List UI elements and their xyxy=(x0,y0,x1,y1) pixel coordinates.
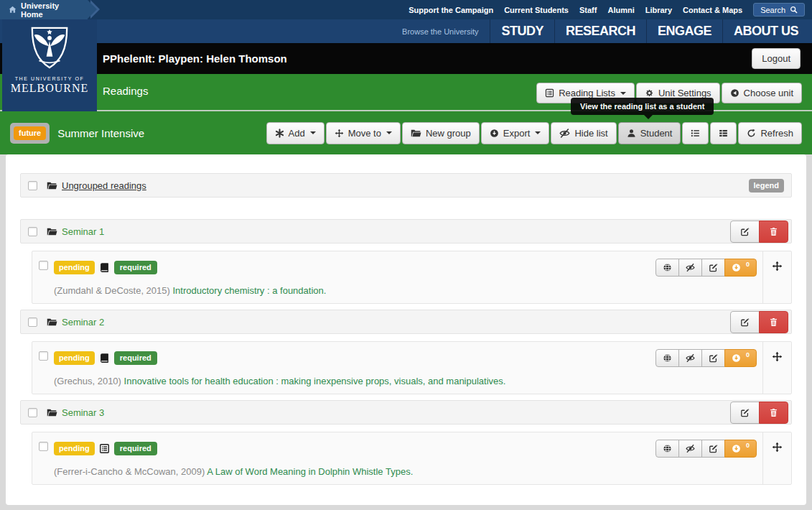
move-icon xyxy=(772,442,783,453)
reading-title-link[interactable]: Introductory chemistry : a foundation. xyxy=(172,285,326,296)
reading-title-link[interactable]: A Law of Word Meaning in Dolphin Whistle… xyxy=(207,466,413,477)
group-checkbox[interactable] xyxy=(28,317,37,327)
downloads-count-button[interactable]: 0 xyxy=(724,349,757,367)
folder-icon xyxy=(47,226,57,237)
choose-unit-button[interactable]: Choose unit xyxy=(722,83,802,103)
group-name-link[interactable]: Seminar 3 xyxy=(62,407,104,418)
delete-group-button[interactable] xyxy=(759,311,788,333)
refresh-button[interactable]: Refresh xyxy=(738,122,802,144)
legend-badge[interactable]: legend xyxy=(749,179,784,193)
edit-reading-button[interactable] xyxy=(701,259,725,277)
reading-checkbox[interactable] xyxy=(39,351,48,361)
hide-list-button[interactable]: Hide list xyxy=(551,122,616,144)
student-view-button[interactable]: Student xyxy=(618,122,681,144)
hide-reading-button[interactable] xyxy=(678,259,702,277)
status-badge-wrap: future xyxy=(10,123,50,144)
hide-list-label: Hide list xyxy=(574,129,607,138)
ungrouped-readings-link[interactable]: Ungrouped readings xyxy=(62,180,146,191)
nav-engage[interactable]: ENGAGE xyxy=(646,19,722,43)
trash-icon xyxy=(769,317,778,327)
pending-status-badge: pending xyxy=(54,351,95,365)
edit-group-button[interactable] xyxy=(730,221,760,243)
university-logo[interactable]: THE UNIVERSITY OF MELBOURNE xyxy=(2,19,97,111)
link-support-the-campaign[interactable]: Support the Campaign xyxy=(409,6,493,14)
caret-down-icon xyxy=(620,92,626,95)
reading-main: pending required 0 (Ferrer-i-Cancho & Mc… xyxy=(54,432,762,484)
group-checkbox[interactable] xyxy=(28,408,37,417)
readings-header-bar: Readings Reading Lists Unit Settings Cho… xyxy=(0,74,812,111)
reading-title-line: (Zumdahl & DeCoste, 2015) Introductory c… xyxy=(54,285,757,296)
move-icon xyxy=(772,261,783,272)
group-actions xyxy=(730,402,788,424)
university-crest-icon xyxy=(27,26,72,72)
drag-handle[interactable] xyxy=(762,251,791,303)
delete-group-button[interactable] xyxy=(759,402,788,424)
edit-icon xyxy=(709,444,718,453)
list-toolbar-bar: future Summer Intensive Add Move to New … xyxy=(0,111,812,154)
link-staff[interactable]: Staff xyxy=(579,6,597,14)
downloads-count-button[interactable]: 0 xyxy=(724,440,757,458)
checkbox-cell xyxy=(32,251,54,303)
hide-reading-button[interactable] xyxy=(678,349,702,367)
link-current-students[interactable]: Current Students xyxy=(504,6,569,14)
edit-reading-button[interactable] xyxy=(701,440,725,458)
pending-status-badge: pending xyxy=(54,442,95,455)
group-checkbox[interactable] xyxy=(28,227,37,236)
link-alumni[interactable]: Alumni xyxy=(607,6,634,14)
edit-icon xyxy=(709,263,718,272)
checkbox-cell xyxy=(21,227,44,236)
folder-icon xyxy=(47,317,57,328)
reading-actions: 0 xyxy=(655,259,757,277)
home-icon xyxy=(9,6,17,14)
tab-chevron xyxy=(88,0,97,19)
new-group-button[interactable]: New group xyxy=(402,122,480,144)
nav-study[interactable]: STUDY xyxy=(490,19,554,43)
reading-title-link[interactable]: Innovative tools for health education : … xyxy=(124,376,506,386)
trash-icon xyxy=(769,227,778,236)
reading-checkbox[interactable] xyxy=(39,442,48,451)
edit-group-button[interactable] xyxy=(730,311,760,333)
downloads-count-button[interactable]: 0 xyxy=(724,259,757,277)
logout-button[interactable]: Logout xyxy=(752,48,801,69)
edit-reading-button[interactable] xyxy=(701,349,725,367)
edit-icon xyxy=(740,227,750,236)
ungrouped-checkbox[interactable] xyxy=(28,181,37,190)
reading-title-line: (Grechus, 2010) Innovative tools for hea… xyxy=(54,376,757,386)
reading-lists-label: Reading Lists xyxy=(559,88,615,98)
nav-about-us[interactable]: ABOUT US xyxy=(722,19,809,43)
page-title: Readings xyxy=(103,85,148,97)
reading-badges-row: pending required 0 xyxy=(54,259,757,277)
search-button[interactable]: Search xyxy=(753,3,805,17)
link-contact-maps[interactable]: Contact & Maps xyxy=(683,6,742,14)
unit-header-bar: PPhelenIt: Playpen: Helen Thomson Logout xyxy=(0,43,812,74)
delete-group-button[interactable] xyxy=(759,221,788,243)
web-link-button[interactable] xyxy=(655,440,679,458)
university-home-link[interactable]: University Home xyxy=(0,0,88,19)
link-library[interactable]: Library xyxy=(645,6,672,14)
future-status-badge: future xyxy=(14,126,46,140)
web-link-button[interactable] xyxy=(655,259,679,277)
hide-reading-button[interactable] xyxy=(678,440,702,458)
drag-handle[interactable] xyxy=(762,342,791,394)
browse-the-university-link[interactable]: Browse the University xyxy=(402,27,478,36)
download-circle-icon xyxy=(732,263,741,272)
edit-group-button[interactable] xyxy=(730,402,760,424)
reading-badges-row: pending required 0 xyxy=(54,349,757,367)
group-name-link[interactable]: Seminar 2 xyxy=(62,317,104,328)
download-circle-icon xyxy=(732,444,741,453)
reading-title-line: (Ferrer-i-Cancho & McCowan, 2009) A Law … xyxy=(54,466,757,477)
move-to-label: Move to xyxy=(348,129,381,138)
required-badge: required xyxy=(114,261,157,274)
group-actions xyxy=(730,311,788,333)
move-to-button[interactable]: Move to xyxy=(326,122,401,144)
export-button[interactable]: Export xyxy=(481,122,550,144)
web-link-button[interactable] xyxy=(655,349,679,367)
nav-research[interactable]: RESEARCH xyxy=(554,19,646,43)
view-list-button[interactable] xyxy=(682,122,709,144)
group-name-link[interactable]: Seminar 1 xyxy=(62,226,104,237)
reading-checkbox[interactable] xyxy=(39,261,48,270)
add-button[interactable]: Add xyxy=(266,122,325,144)
drag-handle[interactable] xyxy=(762,432,791,484)
view-compact-button[interactable] xyxy=(710,122,737,144)
globe-icon xyxy=(663,444,672,453)
